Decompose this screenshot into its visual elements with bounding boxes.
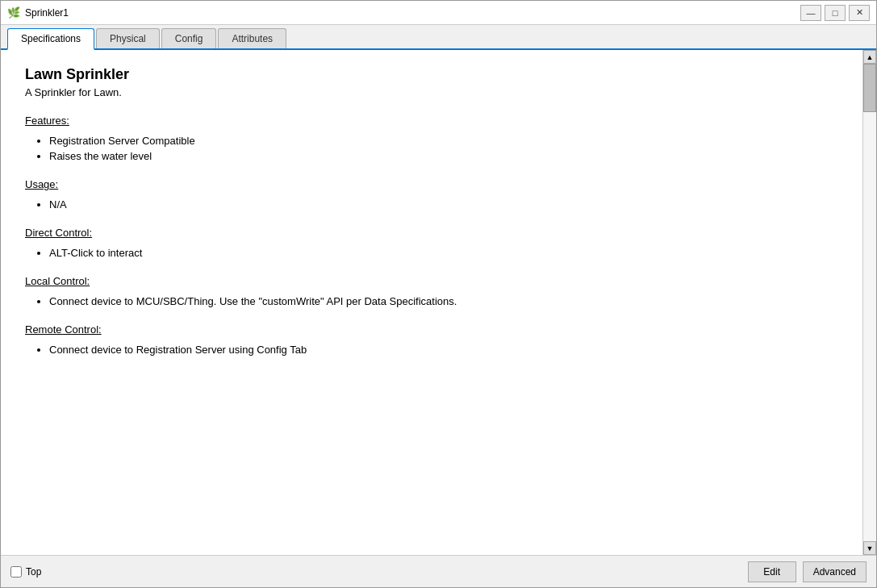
usage-list: N/A [25,198,838,211]
list-item: Connect device to Registration Server us… [49,344,838,356]
top-checkbox[interactable] [10,566,22,578]
local-control-list: Connect device to MCU/SBC/Thing. Use the… [25,295,838,307]
device-subtitle: A Sprinkler for Lawn. [25,86,838,98]
list-item: N/A [49,198,838,211]
top-label: Top [26,566,41,578]
bottom-left: Top [10,566,41,578]
section-heading-features: Features: [25,115,838,127]
minimize-button[interactable]: — [800,5,821,21]
scrollbar-track[interactable] [863,64,876,541]
title-bar-left: 🌿 Sprinkler1 [7,6,69,19]
scrollable-content[interactable]: Lawn Sprinkler A Sprinkler for Lawn. Fea… [1,50,862,555]
top-checkbox-label[interactable]: Top [10,566,41,578]
main-window: 🌿 Sprinkler1 — □ ✕ Specifications Physic… [0,0,877,588]
scrollbar-up-button[interactable]: ▲ [863,50,876,64]
tab-specifications[interactable]: Specifications [7,28,94,50]
remote-control-list: Connect device to Registration Server us… [25,344,838,356]
window-title: Sprinkler1 [25,7,69,19]
list-item: Registration Server Compatible [49,135,838,147]
title-bar: 🌿 Sprinkler1 — □ ✕ [1,1,876,25]
advanced-button[interactable]: Advanced [803,561,867,582]
section-direct-control: Direct Control: ALT-Click to interact [25,227,838,259]
section-heading-remote-control: Remote Control: [25,323,838,336]
list-item: Raises the water level [49,150,838,162]
tab-config[interactable]: Config [161,28,217,48]
app-icon: 🌿 [7,6,20,19]
list-item: Connect device to MCU/SBC/Thing. Use the… [49,295,838,307]
scrollbar-down-button[interactable]: ▼ [863,541,876,555]
tab-physical[interactable]: Physical [96,28,160,48]
scrollbar-thumb[interactable] [863,64,876,112]
direct-control-list: ALT-Click to interact [25,247,838,259]
bottom-bar: Top Edit Advanced [1,555,876,587]
tab-bar: Specifications Physical Config Attribute… [1,25,876,50]
device-title: Lawn Sprinkler [25,66,838,83]
scrollbar[interactable]: ▲ ▼ [862,50,876,555]
list-item: ALT-Click to interact [49,247,838,259]
section-features: Features: Registration Server Compatible… [25,115,838,162]
title-bar-controls: — □ ✕ [800,5,870,21]
close-button[interactable]: ✕ [849,5,870,21]
section-local-control: Local Control: Connect device to MCU/SBC… [25,275,838,307]
section-usage: Usage: N/A [25,178,838,211]
tab-attributes[interactable]: Attributes [218,28,286,48]
section-heading-local-control: Local Control: [25,275,838,287]
features-list: Registration Server Compatible Raises th… [25,135,838,162]
content-area: Lawn Sprinkler A Sprinkler for Lawn. Fea… [1,50,876,555]
bottom-right: Edit Advanced [748,561,867,582]
section-heading-usage: Usage: [25,178,838,190]
edit-button[interactable]: Edit [748,561,796,582]
section-heading-direct-control: Direct Control: [25,227,838,239]
maximize-button[interactable]: □ [825,5,846,21]
section-remote-control: Remote Control: Connect device to Regist… [25,323,838,356]
